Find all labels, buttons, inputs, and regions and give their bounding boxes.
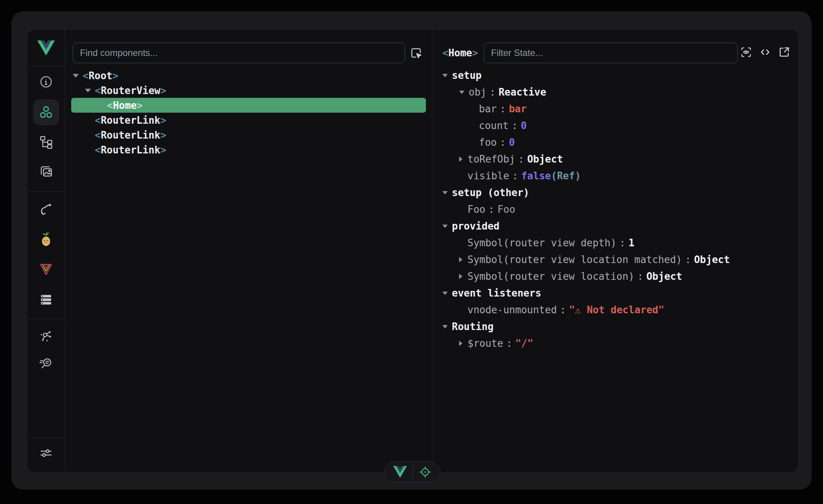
component-tree: <Root><RouterView><Home><RouterLink><Rou… <box>65 68 432 157</box>
tree-node-routerlink[interactable]: <RouterLink> <box>71 128 426 142</box>
state-section-setup[interactable]: setup <box>432 67 798 84</box>
state-row-symbol-router-view-location-matched-[interactable]: Symbol(router view location matched):Obj… <box>432 251 798 268</box>
collapse-arrow-icon[interactable] <box>442 74 448 77</box>
state-row-vnode-unmounted: vnode-unmounted:"⚠ Not declared" <box>432 301 798 318</box>
devtools-window: <Root><RouterView><Home><RouterLink><Rou… <box>11 11 812 490</box>
settings-icon[interactable] <box>38 445 54 461</box>
graph-icon[interactable] <box>38 329 54 344</box>
sidebar <box>27 30 65 472</box>
tree-node-routerlink[interactable]: <RouterLink> <box>71 142 426 157</box>
state-row-visible: visible:false(Ref) <box>432 167 798 184</box>
stack-icon[interactable] <box>38 292 54 307</box>
collapse-arrow-icon[interactable] <box>442 325 448 329</box>
tree-node-root[interactable]: <Root> <box>71 68 426 83</box>
find-components-input[interactable] <box>73 43 405 63</box>
selected-component-label: <Home> <box>442 43 478 63</box>
pinia-icon[interactable] <box>38 231 54 248</box>
state-section-routing[interactable]: Routing <box>432 318 798 335</box>
state-header-icons <box>739 45 791 61</box>
info-icon[interactable] <box>39 75 53 89</box>
components-panel: <Root><RouterView><Home><RouterLink><Rou… <box>65 30 432 472</box>
inspector-icon[interactable] <box>38 356 54 371</box>
collapse-arrow-icon[interactable] <box>442 225 448 228</box>
floating-toolbar <box>384 461 440 482</box>
component-name: Home <box>448 47 472 59</box>
pages-tree-icon[interactable] <box>38 134 54 150</box>
expand-arrow-icon[interactable] <box>85 89 91 93</box>
expand-arrow-icon[interactable] <box>459 257 463 262</box>
state-section-event-listeners[interactable]: event listeners <box>432 285 798 301</box>
state-row-bar: bar:bar <box>432 100 798 117</box>
state-tree: setupobj:Reactivebar:barcount:0foo:0toRe… <box>432 67 798 352</box>
state-panel: <Home> <box>432 30 798 472</box>
open-external-icon[interactable] <box>777 45 791 61</box>
vue-toolbar-icon[interactable] <box>393 466 407 478</box>
open-in-editor-icon[interactable] <box>758 45 772 61</box>
select-component-icon[interactable] <box>409 46 423 62</box>
vue-logo <box>27 30 65 66</box>
locate-component-icon[interactable] <box>419 466 432 478</box>
state-row-$route[interactable]: $route:"/" <box>432 335 798 352</box>
router-icon[interactable] <box>38 201 54 217</box>
bracket-open: < <box>442 47 448 59</box>
tree-node-routerlink[interactable]: <RouterLink> <box>71 113 426 128</box>
expand-arrow-icon[interactable] <box>459 156 463 162</box>
state-section-provided[interactable]: provided <box>432 218 798 234</box>
tree-node-home[interactable]: <Home> <box>71 98 426 113</box>
state-row-symbol-router-view-location-[interactable]: Symbol(router view location):Object <box>432 268 798 285</box>
state-row-obj[interactable]: obj:Reactive <box>432 84 798 100</box>
state-row-symbol-router-view-depth-: Symbol(router view depth):1 <box>432 234 798 251</box>
filter-state-input[interactable] <box>484 43 738 63</box>
expand-arrow-icon[interactable] <box>459 91 464 94</box>
state-row-torefobj[interactable]: toRefObj:Object <box>432 151 798 167</box>
components-icon[interactable] <box>33 99 59 125</box>
toolbar-divider <box>413 467 413 477</box>
bracket-close: > <box>472 47 478 59</box>
collapse-arrow-icon[interactable] <box>442 292 448 295</box>
inspect-dom-icon[interactable] <box>739 45 753 61</box>
state-section-setup-other-[interactable]: setup (other) <box>432 184 798 201</box>
vue-plugin-icon[interactable] <box>38 263 54 276</box>
collapse-arrow-icon[interactable] <box>442 191 448 195</box>
assets-icon[interactable] <box>38 164 54 179</box>
expand-arrow-icon[interactable] <box>73 74 79 78</box>
state-row-count: count:0 <box>432 117 798 134</box>
devtools-panel: <Root><RouterView><Home><RouterLink><Rou… <box>27 30 798 472</box>
expand-arrow-icon[interactable] <box>459 341 463 346</box>
state-row-foo: Foo:Foo <box>432 201 798 218</box>
tree-node-routerview[interactable]: <RouterView> <box>71 83 426 98</box>
expand-arrow-icon[interactable] <box>459 274 463 279</box>
state-row-foo: foo:0 <box>432 134 798 151</box>
